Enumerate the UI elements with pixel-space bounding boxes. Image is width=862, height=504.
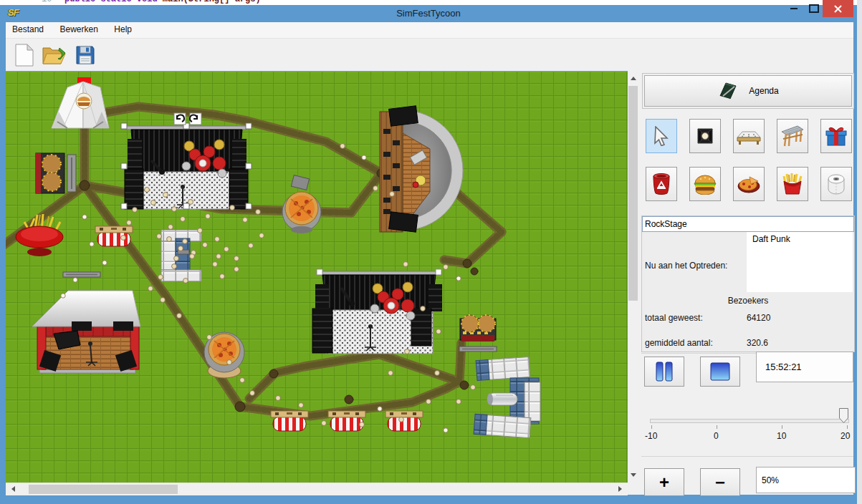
map-vertical-scrollbar[interactable] [628, 71, 638, 483]
save-file-icon [75, 45, 95, 65]
tool-gift-button[interactable] [820, 119, 852, 153]
tool-entrance-gate-button[interactable] [777, 119, 808, 153]
main-stage-selected[interactable] [125, 126, 248, 209]
agenda-label: Agenda [749, 86, 778, 96]
tool-pizza-button[interactable] [733, 167, 765, 201]
market-stall-1[interactable] [271, 411, 308, 431]
tick [782, 425, 782, 429]
editor-code-line: public static void main(String[] args) [64, 0, 261, 4]
toolbar [6, 39, 853, 71]
horizontal-scroll-thumb[interactable] [29, 485, 178, 494]
open-file-icon [42, 44, 67, 66]
game-clock: 15:52:21 [756, 352, 853, 382]
stop-icon [710, 362, 730, 381]
pause-button[interactable] [644, 357, 684, 387]
tool-burger-button[interactable] [689, 167, 721, 201]
tick-label-min: -10 [645, 431, 657, 441]
bench[interactable] [63, 272, 100, 277]
vertical-scroll-thumb[interactable] [628, 86, 638, 301]
total-visitors-value: 64120 [747, 313, 770, 323]
speed-slider[interactable]: -10 0 10 20 [641, 391, 853, 455]
minimize-button[interactable] [784, 0, 804, 17]
trash-can-icon [651, 173, 671, 195]
tick-label-ten: 10 [777, 431, 786, 441]
burger-stand-right[interactable] [460, 315, 496, 341]
screen: 10 public static void main(String[] args… [0, 0, 862, 504]
background-editor-strip: 10 public static void main(String[] args… [0, 0, 862, 5]
tool-fries-button[interactable] [777, 167, 808, 201]
zoom-level-input[interactable] [756, 467, 856, 493]
tick [651, 425, 652, 429]
tick-label-zero: 0 [714, 431, 719, 441]
tool-select-button[interactable] [646, 119, 677, 153]
slider-track[interactable] [650, 419, 849, 423]
new-file-icon [15, 44, 34, 67]
toilet-paper-icon [825, 173, 847, 195]
menu-bewerken[interactable]: Bewerken [54, 22, 105, 38]
new-file-button[interactable] [11, 42, 37, 68]
fries-icon [782, 173, 803, 195]
gift-icon [825, 125, 848, 147]
close-button[interactable] [823, 0, 853, 17]
control-panel: Agenda [638, 71, 853, 495]
tick-label-max: 20 [841, 431, 850, 441]
cursor-icon [652, 126, 671, 146]
average-visitors-value: 320.6 [747, 338, 768, 348]
stage-name-input[interactable] [642, 216, 854, 232]
zoom-out-button[interactable]: − [700, 468, 740, 496]
minimize-icon [790, 8, 798, 9]
pause-icon [655, 362, 674, 382]
editor-line-number: 10 [42, 0, 52, 4]
tick [847, 425, 848, 429]
menu-bestand[interactable]: Bestand [6, 22, 50, 38]
scroll-left-icon[interactable] [11, 486, 15, 492]
save-file-button[interactable] [72, 42, 98, 68]
now-performing-box: Daft Punk [747, 232, 853, 292]
open-file-button[interactable] [42, 42, 67, 68]
bench[interactable] [67, 155, 76, 192]
market-stall-3[interactable] [385, 411, 423, 431]
total-visitors-label: totaal geweest: [645, 313, 703, 323]
second-stage[interactable] [312, 269, 442, 354]
market-stall[interactable] [95, 226, 133, 246]
map-horizontal-scrollbar[interactable] [6, 483, 628, 495]
beer-cylinders [487, 393, 517, 405]
scrollbar-corner [628, 483, 638, 495]
zoom-controls: + − [641, 456, 853, 495]
now-performing-label: Nu aan het Optreden: [645, 261, 727, 271]
window-border-left [0, 22, 6, 504]
zoom-in-button[interactable]: + [644, 468, 684, 496]
stage-info-groupbox: Daft Punk Nu aan het Optreden: Bezoekers… [641, 215, 855, 352]
stop-button[interactable] [700, 357, 740, 387]
maximize-button[interactable] [804, 0, 824, 17]
festival-map-canvas[interactable] [6, 71, 628, 483]
stage-platform-icon [737, 126, 761, 146]
tool-spotlight-button[interactable] [689, 119, 721, 153]
burger-icon [693, 173, 717, 195]
tool-stage-button[interactable] [733, 119, 765, 153]
average-visitors-label: gemiddeld aantal: [645, 338, 713, 348]
tick [717, 425, 717, 429]
window-title: SimFestTycoon [0, 8, 857, 19]
menu-help[interactable]: Help [107, 22, 138, 38]
tool-trash-button[interactable] [646, 167, 677, 201]
tool-toilet-paper-button[interactable] [820, 167, 852, 201]
close-icon [834, 5, 842, 13]
market-stall-2[interactable] [328, 411, 365, 431]
bench[interactable] [459, 346, 497, 352]
titlebar: SF SimFestTycoon [0, 5, 857, 22]
scroll-right-icon[interactable] [618, 486, 622, 492]
now-performing-value: Daft Punk [747, 232, 853, 246]
burger-stand-left[interactable] [36, 153, 64, 193]
scroll-down-icon[interactable] [631, 473, 636, 477]
agenda-button[interactable]: Agenda [644, 75, 852, 107]
maximize-icon [809, 4, 819, 13]
background-right-sliver [857, 0, 862, 24]
agenda-groupbox: Agenda [642, 73, 854, 109]
pizza-icon [737, 174, 761, 194]
menu-bar: Bestand Bewerken Help [6, 22, 853, 39]
spotlight-icon [694, 125, 717, 147]
slider-thumb[interactable] [839, 408, 848, 426]
scroll-up-icon[interactable] [631, 77, 636, 80]
playback-controls: 15:52:21 [641, 353, 853, 392]
